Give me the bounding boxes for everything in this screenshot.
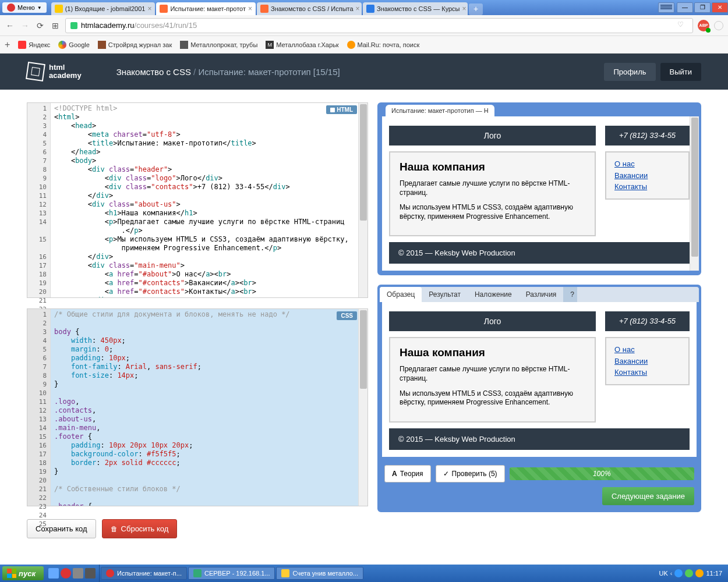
- bookmarks-bar: + Яндекс Google Стройряд журнал зак Мета…: [0, 36, 728, 54]
- favicon-icon: [260, 5, 268, 13]
- bookmark-heart-icon[interactable]: ♡: [677, 20, 688, 31]
- logo-text: htmlacademy: [49, 63, 82, 80]
- system-tray: UK ‹ 11:17: [659, 569, 726, 577]
- adblock-icon[interactable]: ABP: [698, 20, 709, 31]
- tab-result[interactable]: Результат: [422, 287, 468, 302]
- new-tab-button[interactable]: +: [469, 3, 483, 15]
- favicon-icon: [180, 41, 188, 49]
- close-button[interactable]: ✕: [712, 2, 728, 13]
- forward-button[interactable]: →: [20, 20, 30, 31]
- mockup-link[interactable]: О нас: [614, 158, 680, 170]
- minimize-button[interactable]: —: [677, 2, 693, 13]
- browser-tabs: (1) Входящие - jobmail2001× Испытание: м…: [51, 0, 658, 15]
- code-area[interactable]: <!DOCTYPE html> <html> <head> <meta char…: [51, 103, 367, 297]
- theory-button[interactable]: AТеория: [384, 465, 431, 482]
- language-indicator[interactable]: UK: [659, 570, 668, 577]
- address-bar[interactable]: htmlacademy.ru/courses/41/run/15 ♡: [65, 18, 693, 33]
- url-text: htmlacademy.ru/courses/41/run/15: [81, 21, 674, 30]
- save-button[interactable]: Сохранить код: [27, 519, 96, 538]
- bookmark-item[interactable]: Металлопрокат, трубы: [180, 41, 257, 49]
- windows-taskbar: пуск Испытание: макет-п... СЕРВЕР - 192.…: [0, 565, 728, 582]
- panel-icon[interactable]: [658, 2, 674, 13]
- tray-icon[interactable]: [695, 569, 704, 577]
- scrollbar[interactable]: [690, 116, 699, 271]
- scrollbar[interactable]: [358, 309, 367, 506]
- css-editor[interactable]: 1234567891011121314151617181920212223242…: [27, 308, 368, 506]
- preview-body: Лого +7 (812) 33-4-55 Наша компания Пред…: [382, 302, 697, 456]
- extension-icon[interactable]: [714, 21, 723, 30]
- browser-tab[interactable]: Испытание: макет-протот×: [156, 2, 256, 15]
- mockup-link[interactable]: Контакты: [614, 181, 680, 193]
- favicon-icon: M: [266, 41, 274, 49]
- bookmark-item[interactable]: Google: [58, 41, 89, 49]
- tab-overlay[interactable]: Наложение: [468, 287, 519, 302]
- speed-dial-button[interactable]: ⊞: [50, 20, 61, 31]
- code-area[interactable]: /* Общие стили для документа и блоков, м…: [51, 309, 367, 506]
- mockup-link[interactable]: Контакты: [614, 367, 680, 378]
- site-logo[interactable]: htmlacademy: [27, 63, 82, 80]
- browser-menu-button[interactable]: Меню▼: [2, 2, 47, 13]
- next-task-button[interactable]: Следующее задание: [602, 487, 694, 505]
- check-button[interactable]: ✓Проверить (5): [436, 465, 505, 482]
- taskbar-item[interactable]: Счета унив металло...: [276, 567, 363, 580]
- tray-icon[interactable]: [674, 569, 683, 577]
- clock[interactable]: 11:17: [706, 570, 722, 577]
- check-row: AТеория ✓Проверить (5) 100%: [380, 459, 699, 487]
- html-editor[interactable]: 1234567891011121314151617181920212223 <!…: [27, 102, 368, 298]
- bookmark-item[interactable]: MМеталлобаза г.Харьк: [266, 41, 338, 49]
- start-button[interactable]: пуск: [2, 566, 44, 580]
- back-button[interactable]: ←: [5, 20, 15, 31]
- reload-button[interactable]: ⟳: [35, 20, 45, 31]
- site-header: htmlacademy Знакомство с CSS / Испытание…: [0, 54, 728, 90]
- favicon-icon: [160, 5, 168, 13]
- browser-tab[interactable]: (1) Входящие - jobmail2001×: [51, 2, 156, 15]
- quick-launch: [45, 565, 100, 582]
- taskbar-item[interactable]: Испытание: макет-п...: [101, 567, 187, 580]
- profile-button[interactable]: Профиль: [604, 63, 655, 81]
- favicon-icon: [55, 5, 63, 13]
- css-badge: CSS: [337, 311, 357, 320]
- browser-tab[interactable]: Знакомство с CSS — Курсы×: [363, 2, 468, 15]
- bookmark-item[interactable]: Mail.Ru: почта, поиск: [347, 41, 420, 49]
- tray-icon[interactable]: [685, 569, 693, 577]
- quick-launch-icon[interactable]: [48, 568, 59, 579]
- mockup-phone: +7 (812) 33-4-55: [605, 311, 690, 331]
- breadcrumb: Знакомство с CSS / Испытание: макет-прот…: [116, 67, 340, 77]
- mockup-link[interactable]: Вакансии: [614, 356, 680, 367]
- bookmark-item[interactable]: Яндекс: [18, 41, 50, 49]
- quick-launch-icon[interactable]: [85, 568, 96, 579]
- mockup-link[interactable]: О нас: [614, 344, 680, 356]
- chevron-left-icon[interactable]: ‹: [670, 570, 673, 577]
- tab-sample[interactable]: Образец: [380, 287, 422, 302]
- close-icon[interactable]: ×: [462, 5, 467, 13]
- reset-button[interactable]: 🗑Сбросить код: [102, 519, 178, 538]
- tab-diff[interactable]: Различия: [519, 287, 564, 302]
- close-icon[interactable]: ×: [356, 5, 360, 13]
- add-bookmark-button[interactable]: +: [5, 40, 10, 50]
- logout-button[interactable]: Выйти: [660, 63, 702, 81]
- window-controls: — ❐ ✕: [658, 2, 728, 13]
- quick-launch-icon[interactable]: [61, 568, 71, 579]
- mockup-link[interactable]: Вакансии: [614, 170, 680, 182]
- help-button[interactable]: ?: [563, 287, 577, 302]
- app-icon: [106, 569, 114, 577]
- preview-panel-top: Испытание: макет-прототип — H Лого +7 (8…: [377, 102, 701, 275]
- mockup-logo: Лого: [389, 311, 596, 331]
- close-icon[interactable]: ×: [147, 5, 151, 13]
- maximize-button[interactable]: ❐: [694, 2, 711, 13]
- bookmark-item[interactable]: Стройряд журнал зак: [98, 41, 172, 49]
- check-icon: ✓: [443, 470, 449, 478]
- scrollbar[interactable]: [358, 103, 367, 297]
- window-titlebar: Меню▼ (1) Входящие - jobmail2001× Испыта…: [0, 0, 728, 15]
- close-icon[interactable]: ×: [248, 5, 252, 13]
- windows-icon: [7, 569, 16, 578]
- taskbar-item[interactable]: СЕРВЕР - 192.168.1...: [188, 567, 275, 580]
- mockup-footer: © 2015 — Keksby Web Production: [389, 242, 690, 264]
- quick-launch-icon[interactable]: [73, 568, 83, 579]
- preview-body: Лого +7 (812) 33-4-55 Наша компания Пред…: [382, 116, 697, 271]
- logo-cube-icon: [26, 62, 45, 81]
- preview-panel-bottom: Образец Результат Наложение Различия ? Л…: [377, 285, 701, 512]
- browser-tab[interactable]: Знакомство с CSS / Испыта×: [257, 2, 362, 15]
- browser-toolbar: ← → ⟳ ⊞ htmlacademy.ru/courses/41/run/15…: [0, 15, 728, 36]
- trash-icon: 🗑: [111, 525, 118, 533]
